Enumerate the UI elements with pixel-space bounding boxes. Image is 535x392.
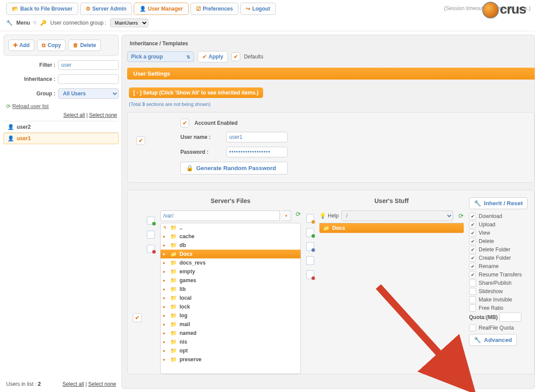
- perm-checkbox[interactable]: ✔: [469, 213, 476, 220]
- perm-checkbox[interactable]: ✔: [469, 263, 476, 270]
- select-none-link-bottom[interactable]: Select none: [88, 381, 116, 387]
- copy-button[interactable]: ⧉ Copy: [37, 40, 66, 51]
- tree-item[interactable]: ▸📁empty: [161, 267, 300, 276]
- tree-item[interactable]: ▸📁lock: [161, 302, 300, 311]
- connection-group-select[interactable]: MainUsers: [110, 18, 148, 27]
- add-button[interactable]: ✚ Add: [8, 40, 34, 51]
- tree-item-label: cache: [180, 233, 194, 240]
- group-label: Group :: [37, 91, 55, 97]
- file-add-icon[interactable]: [147, 217, 155, 225]
- user-row[interactable]: 👤user2: [4, 121, 119, 133]
- help-link[interactable]: 💡 Help: [319, 213, 339, 219]
- user-manager-button[interactable]: 👤 User Manager: [134, 3, 188, 15]
- perm-row: Make Invisible: [469, 296, 535, 303]
- inherit-reset-button[interactable]: 🔧 Inherit / Reset: [469, 197, 528, 209]
- tree-item[interactable]: ▸📁cache: [161, 232, 300, 241]
- item-icon[interactable]: [306, 256, 314, 265]
- tree-item[interactable]: ▸📁docs_revs: [161, 258, 300, 267]
- tree-item[interactable]: ▸📁nis: [161, 338, 300, 346]
- group-select[interactable]: All Users: [58, 88, 119, 99]
- refresh-icon[interactable]: ⟳: [296, 211, 301, 221]
- tree-item[interactable]: ▸📁lib: [161, 285, 300, 294]
- advanced-button[interactable]: 🔧 Advanced: [469, 334, 517, 346]
- remove-item-icon[interactable]: [306, 270, 314, 279]
- logout-button[interactable]: ↪ Logout: [240, 3, 276, 15]
- select-all-link-bottom[interactable]: Select all: [62, 381, 84, 387]
- tree-item[interactable]: ▸📁opt: [161, 346, 300, 355]
- perm-row: Free Ratio: [469, 305, 535, 312]
- back-to-file-browser-button[interactable]: 📂 Back to File Browser: [6, 3, 78, 15]
- tree-item[interactable]: ▸📁log: [161, 311, 300, 320]
- generate-password-button[interactable]: 🔒 Generate Random Password: [180, 162, 288, 174]
- reload-user-list-link[interactable]: Reload user list: [12, 103, 49, 109]
- section-checkbox[interactable]: ✔: [136, 136, 145, 145]
- apply-button[interactable]: ✔ Apply: [198, 51, 228, 62]
- perm-checkbox[interactable]: [469, 288, 476, 295]
- filter-input[interactable]: [58, 60, 119, 70]
- tree-item-label: ..: [180, 225, 183, 231]
- realfile-quota-checkbox[interactable]: [469, 324, 476, 331]
- inheritance-input[interactable]: [58, 74, 119, 84]
- username-input[interactable]: [226, 132, 288, 142]
- defaults-checkbox[interactable]: ✔: [231, 52, 240, 61]
- expand-icon: ▸: [163, 252, 168, 256]
- account-enabled-checkbox[interactable]: ✔: [180, 119, 189, 127]
- tree-item[interactable]: ▸📁Docs: [161, 250, 300, 258]
- server-file-tree: ↰📁..▸📁cache▸📁db▸📁Docs▸📁docs_revs▸📁empty▸…: [160, 223, 301, 374]
- tree-item[interactable]: ▸📁games: [161, 276, 300, 285]
- server-path-input[interactable]: [160, 211, 280, 221]
- delete-button[interactable]: 🗑 Delete: [68, 40, 101, 51]
- path-dropdown-button[interactable]: ▼: [282, 211, 291, 221]
- lock-icon: 🔒: [186, 165, 194, 171]
- tree-item[interactable]: ▸📁named: [161, 329, 300, 338]
- tree-item[interactable]: ▸📁local: [161, 294, 300, 302]
- tree-item[interactable]: ↰📁..: [161, 223, 300, 232]
- file-remove-icon[interactable]: [147, 245, 155, 253]
- tree-item[interactable]: ▸📁db: [161, 241, 300, 250]
- perm-checkbox[interactable]: [469, 305, 476, 312]
- user-row[interactable]: 👤user1: [4, 133, 119, 144]
- server-admin-button[interactable]: ⚙ Server Admin: [80, 3, 132, 15]
- edit-item-icon[interactable]: [306, 214, 314, 223]
- perm-checkbox[interactable]: ✔: [469, 246, 476, 253]
- file-icon[interactable]: [147, 231, 155, 239]
- password-input[interactable]: [226, 147, 288, 157]
- perm-checkbox[interactable]: ✔: [469, 238, 476, 245]
- files-section-checkbox[interactable]: ✔: [133, 313, 142, 322]
- select-all-link[interactable]: Select all: [63, 112, 85, 118]
- preferences-button[interactable]: ☑ Preferences: [191, 3, 239, 15]
- refresh-icon[interactable]: ⟳: [458, 212, 464, 219]
- menu-dropdown[interactable]: Menu: [16, 20, 30, 26]
- perm-checkbox[interactable]: ✔: [469, 254, 476, 261]
- folder-icon: 📁: [170, 286, 177, 292]
- expand-icon: ▸: [163, 234, 168, 239]
- add-item-icon[interactable]: [306, 228, 314, 237]
- tree-item-label: lock: [180, 304, 190, 310]
- user-icon: 👤: [7, 135, 14, 142]
- view-item-icon[interactable]: [306, 242, 314, 251]
- logout-icon: ↪: [246, 6, 250, 12]
- perm-checkbox[interactable]: ✔: [469, 271, 476, 278]
- setup-toggle[interactable]: [ - ] Setup (Click 'Show All' to see inh…: [129, 87, 263, 98]
- folder-icon: 📁: [170, 260, 177, 266]
- pick-a-group-select[interactable]: Pick a group ⇅: [127, 51, 194, 62]
- tree-item-label: empty: [180, 269, 195, 275]
- permissions-column: 🔧 Inherit / Reset ✔Download✔Upload✔View✔…: [469, 197, 535, 346]
- tree-item[interactable]: ▸📁preserve: [161, 355, 300, 364]
- user-settings-header: User Settings: [127, 68, 535, 80]
- wrench-icon: 🔧: [6, 20, 13, 26]
- nav-label: Back to File Browser: [20, 6, 73, 12]
- tree-item[interactable]: ▸📁mail: [161, 320, 300, 329]
- perm-checkbox[interactable]: ✔: [469, 221, 476, 228]
- stuff-item-docs[interactable]: 📁 Docs: [319, 223, 464, 233]
- stuff-path-select[interactable]: /: [341, 211, 453, 221]
- quota-input[interactable]: [499, 312, 521, 322]
- copy-icon: ⧉: [42, 42, 46, 48]
- user-count: Users in list : 2: [6, 381, 41, 387]
- select-none-link[interactable]: Select none: [89, 112, 117, 118]
- refresh-icon: ⟳: [6, 103, 11, 109]
- perm-checkbox[interactable]: [469, 296, 476, 303]
- perm-checkbox[interactable]: ✔: [469, 229, 476, 236]
- folder-icon: 📁: [323, 225, 330, 231]
- perm-checkbox[interactable]: [469, 279, 476, 287]
